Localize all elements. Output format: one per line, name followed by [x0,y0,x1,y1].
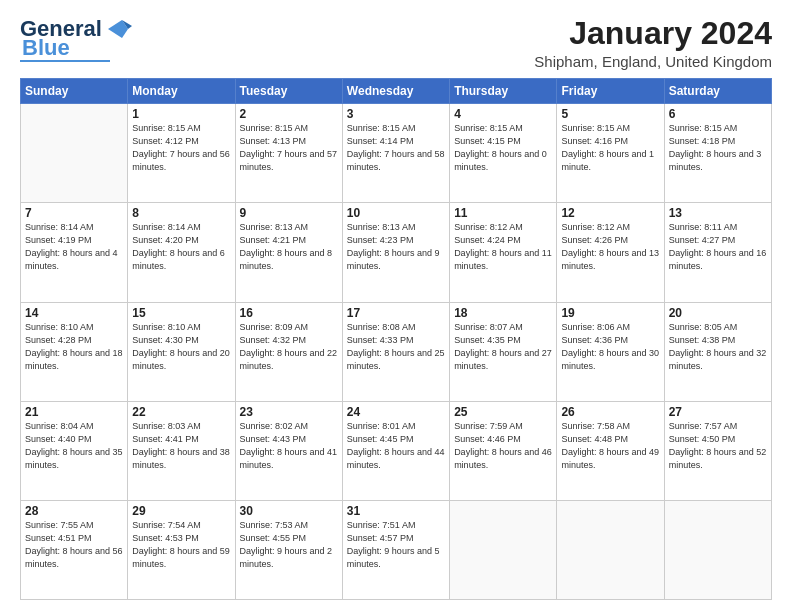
day-info: Sunrise: 7:54 AM Sunset: 4:53 PM Dayligh… [132,519,230,571]
day-info: Sunrise: 8:12 AM Sunset: 4:26 PM Dayligh… [561,221,659,273]
day-number: 7 [25,206,123,220]
day-info: Sunrise: 8:06 AM Sunset: 4:36 PM Dayligh… [561,321,659,373]
day-info: Sunrise: 8:15 AM Sunset: 4:18 PM Dayligh… [669,122,767,174]
day-info: Sunrise: 8:08 AM Sunset: 4:33 PM Dayligh… [347,321,445,373]
day-number: 15 [132,306,230,320]
table-row: 16Sunrise: 8:09 AM Sunset: 4:32 PM Dayli… [235,302,342,401]
day-info: Sunrise: 8:15 AM Sunset: 4:14 PM Dayligh… [347,122,445,174]
day-info: Sunrise: 8:11 AM Sunset: 4:27 PM Dayligh… [669,221,767,273]
day-info: Sunrise: 8:10 AM Sunset: 4:30 PM Dayligh… [132,321,230,373]
col-sunday: Sunday [21,79,128,104]
day-info: Sunrise: 8:14 AM Sunset: 4:19 PM Dayligh… [25,221,123,273]
day-number: 6 [669,107,767,121]
table-row: 11Sunrise: 8:12 AM Sunset: 4:24 PM Dayli… [450,203,557,302]
day-number: 12 [561,206,659,220]
day-number: 29 [132,504,230,518]
day-info: Sunrise: 8:14 AM Sunset: 4:20 PM Dayligh… [132,221,230,273]
logo-bird-icon [104,18,132,40]
day-number: 1 [132,107,230,121]
table-row: 3Sunrise: 8:15 AM Sunset: 4:14 PM Daylig… [342,104,449,203]
day-number: 11 [454,206,552,220]
day-number: 10 [347,206,445,220]
calendar-table: Sunday Monday Tuesday Wednesday Thursday… [20,78,772,600]
col-friday: Friday [557,79,664,104]
main-title: January 2024 [534,16,772,51]
col-saturday: Saturday [664,79,771,104]
day-info: Sunrise: 8:10 AM Sunset: 4:28 PM Dayligh… [25,321,123,373]
day-number: 28 [25,504,123,518]
table-row: 22Sunrise: 8:03 AM Sunset: 4:41 PM Dayli… [128,401,235,500]
day-info: Sunrise: 8:13 AM Sunset: 4:21 PM Dayligh… [240,221,338,273]
day-number: 2 [240,107,338,121]
day-info: Sunrise: 8:15 AM Sunset: 4:12 PM Dayligh… [132,122,230,174]
day-info: Sunrise: 8:05 AM Sunset: 4:38 PM Dayligh… [669,321,767,373]
day-info: Sunrise: 7:51 AM Sunset: 4:57 PM Dayligh… [347,519,445,571]
day-number: 23 [240,405,338,419]
day-number: 14 [25,306,123,320]
header: General Blue January 2024 Shipham, Engla… [20,16,772,70]
day-number: 24 [347,405,445,419]
calendar-week-row: 14Sunrise: 8:10 AM Sunset: 4:28 PM Dayli… [21,302,772,401]
day-number: 30 [240,504,338,518]
calendar-week-row: 21Sunrise: 8:04 AM Sunset: 4:40 PM Dayli… [21,401,772,500]
table-row: 24Sunrise: 8:01 AM Sunset: 4:45 PM Dayli… [342,401,449,500]
table-row: 5Sunrise: 8:15 AM Sunset: 4:16 PM Daylig… [557,104,664,203]
col-tuesday: Tuesday [235,79,342,104]
day-info: Sunrise: 7:55 AM Sunset: 4:51 PM Dayligh… [25,519,123,571]
logo: General Blue [20,16,132,62]
day-info: Sunrise: 8:12 AM Sunset: 4:24 PM Dayligh… [454,221,552,273]
table-row: 20Sunrise: 8:05 AM Sunset: 4:38 PM Dayli… [664,302,771,401]
table-row: 18Sunrise: 8:07 AM Sunset: 4:35 PM Dayli… [450,302,557,401]
table-row: 14Sunrise: 8:10 AM Sunset: 4:28 PM Dayli… [21,302,128,401]
day-number: 20 [669,306,767,320]
day-info: Sunrise: 8:02 AM Sunset: 4:43 PM Dayligh… [240,420,338,472]
day-number: 27 [669,405,767,419]
table-row: 28Sunrise: 7:55 AM Sunset: 4:51 PM Dayli… [21,500,128,599]
day-number: 17 [347,306,445,320]
calendar-week-row: 28Sunrise: 7:55 AM Sunset: 4:51 PM Dayli… [21,500,772,599]
table-row: 13Sunrise: 8:11 AM Sunset: 4:27 PM Dayli… [664,203,771,302]
table-row: 29Sunrise: 7:54 AM Sunset: 4:53 PM Dayli… [128,500,235,599]
table-row: 31Sunrise: 7:51 AM Sunset: 4:57 PM Dayli… [342,500,449,599]
day-number: 13 [669,206,767,220]
day-number: 8 [132,206,230,220]
day-info: Sunrise: 8:15 AM Sunset: 4:13 PM Dayligh… [240,122,338,174]
title-block: January 2024 Shipham, England, United Ki… [534,16,772,70]
table-row: 15Sunrise: 8:10 AM Sunset: 4:30 PM Dayli… [128,302,235,401]
day-number: 21 [25,405,123,419]
logo-blue: Blue [20,38,70,58]
day-number: 9 [240,206,338,220]
table-row: 10Sunrise: 8:13 AM Sunset: 4:23 PM Dayli… [342,203,449,302]
table-row: 12Sunrise: 8:12 AM Sunset: 4:26 PM Dayli… [557,203,664,302]
day-number: 22 [132,405,230,419]
calendar-week-row: 1Sunrise: 8:15 AM Sunset: 4:12 PM Daylig… [21,104,772,203]
table-row: 8Sunrise: 8:14 AM Sunset: 4:20 PM Daylig… [128,203,235,302]
table-row [450,500,557,599]
table-row: 23Sunrise: 8:02 AM Sunset: 4:43 PM Dayli… [235,401,342,500]
table-row [21,104,128,203]
table-row: 21Sunrise: 8:04 AM Sunset: 4:40 PM Dayli… [21,401,128,500]
day-info: Sunrise: 8:01 AM Sunset: 4:45 PM Dayligh… [347,420,445,472]
calendar-week-row: 7Sunrise: 8:14 AM Sunset: 4:19 PM Daylig… [21,203,772,302]
table-row: 19Sunrise: 8:06 AM Sunset: 4:36 PM Dayli… [557,302,664,401]
col-thursday: Thursday [450,79,557,104]
day-info: Sunrise: 8:15 AM Sunset: 4:16 PM Dayligh… [561,122,659,174]
day-number: 3 [347,107,445,121]
page: General Blue January 2024 Shipham, Engla… [0,0,792,612]
logo-underline [20,60,110,62]
day-info: Sunrise: 8:07 AM Sunset: 4:35 PM Dayligh… [454,321,552,373]
table-row: 6Sunrise: 8:15 AM Sunset: 4:18 PM Daylig… [664,104,771,203]
table-row: 9Sunrise: 8:13 AM Sunset: 4:21 PM Daylig… [235,203,342,302]
day-info: Sunrise: 8:09 AM Sunset: 4:32 PM Dayligh… [240,321,338,373]
day-info: Sunrise: 8:15 AM Sunset: 4:15 PM Dayligh… [454,122,552,174]
col-monday: Monday [128,79,235,104]
day-number: 18 [454,306,552,320]
day-number: 26 [561,405,659,419]
day-number: 31 [347,504,445,518]
day-info: Sunrise: 7:59 AM Sunset: 4:46 PM Dayligh… [454,420,552,472]
table-row: 4Sunrise: 8:15 AM Sunset: 4:15 PM Daylig… [450,104,557,203]
calendar-header-row: Sunday Monday Tuesday Wednesday Thursday… [21,79,772,104]
table-row: 26Sunrise: 7:58 AM Sunset: 4:48 PM Dayli… [557,401,664,500]
table-row: 27Sunrise: 7:57 AM Sunset: 4:50 PM Dayli… [664,401,771,500]
day-info: Sunrise: 7:58 AM Sunset: 4:48 PM Dayligh… [561,420,659,472]
